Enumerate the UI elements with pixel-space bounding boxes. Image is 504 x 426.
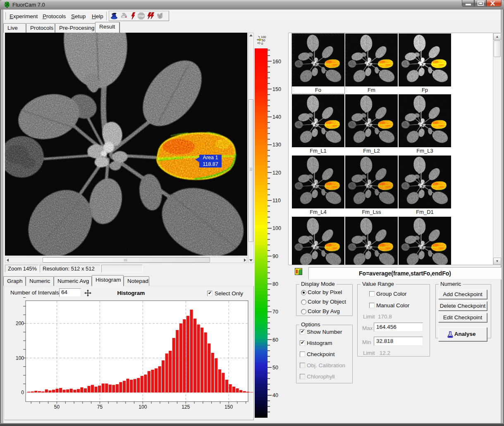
svg-text:160: 160 [272,59,281,65]
svg-text:75: 75 [97,404,103,410]
svg-text:140: 140 [272,114,281,120]
svg-text:40: 40 [272,392,278,398]
svg-text:100: 100 [16,355,24,361]
svg-text:0: 0 [261,42,263,45]
svg-text:50: 50 [54,404,60,410]
svg-text:60: 60 [272,337,278,343]
svg-text:0: 0 [21,390,24,395]
svg-text:130: 130 [272,142,281,148]
svg-text:150: 150 [272,86,281,92]
svg-text:70: 70 [272,309,278,315]
svg-text:200: 200 [16,321,24,326]
svg-text:100: 100 [272,225,281,231]
svg-text:100: 100 [139,404,147,410]
svg-text:50: 50 [272,365,278,371]
svg-text:150: 150 [225,404,233,410]
svg-text:125: 125 [182,404,190,410]
svg-text:STOP: STOP [138,15,144,17]
svg-text:120: 120 [272,170,281,176]
svg-text:110: 110 [272,198,281,203]
svg-text:80: 80 [272,281,278,287]
svg-text:90: 90 [272,254,278,259]
